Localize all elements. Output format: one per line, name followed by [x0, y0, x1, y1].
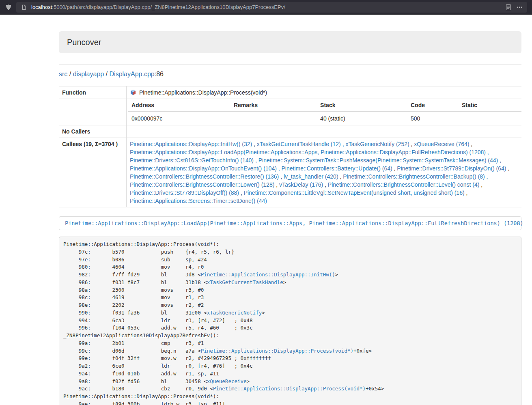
callee-link[interactable]: Pinetime::Controllers::BrightnessControl… — [130, 173, 279, 180]
table-row: 0x0000097c 40 (static) 500 — [128, 112, 521, 125]
callee-separator: , — [469, 141, 472, 147]
column-header-address: Address — [128, 99, 230, 112]
callee-link[interactable]: vTaskDelay (176) — [279, 181, 323, 188]
callee-link[interactable]: Pinetime::Applications::DisplayApp::OnTo… — [130, 165, 277, 172]
callee-link[interactable]: xQueueReceive (764) — [414, 141, 469, 147]
breadcrumb-link-file[interactable]: DisplayApp.cpp — [110, 71, 155, 78]
callee-link[interactable]: Pinetime::Drivers::St7789::DisplayOff() … — [130, 190, 239, 196]
page-info-icon[interactable] — [20, 4, 28, 11]
cell-stack: 40 (static) — [317, 112, 407, 125]
cell-remarks — [230, 112, 317, 125]
highlighted-symbol-panel: Pinetime::Applications::DisplayApp::Load… — [59, 216, 521, 230]
callee-separator: , — [338, 173, 343, 180]
page-actions-menu-icon[interactable] — [516, 4, 523, 11]
callee-link[interactable]: xTaskGenericNotify (252) — [345, 141, 409, 147]
callee-separator: , — [485, 173, 488, 180]
callee-separator: , — [392, 165, 397, 172]
divider — [59, 64, 521, 65]
callee-link[interactable]: Pinetime::Applications::Screens::Timer::… — [130, 198, 267, 204]
column-header-code: Code — [407, 99, 459, 112]
callee-separator: , — [323, 181, 328, 188]
callee-link[interactable]: Pinetime::System::SystemTask::PushMessag… — [258, 157, 498, 164]
callee-link[interactable]: xTaskGetCurrentTaskHandle (12) — [257, 141, 341, 147]
function-cube-icon — [130, 89, 136, 96]
callee-separator: , — [465, 190, 468, 196]
url-path: :5000/path/src/displayapp/DisplayApp.cpp… — [52, 4, 285, 10]
callee-link[interactable]: Pinetime::Controllers::BrightnessControl… — [343, 173, 485, 180]
browser-toolbar: localhost:5000/path/src/displayapp/Displ… — [0, 0, 532, 15]
code-symbol-link[interactable]: Pinetime::Applications::DisplayApp::Proc… — [213, 386, 366, 392]
function-row: Function Pinetime::Applications::Display… — [59, 86, 521, 99]
callee-separator: , — [479, 181, 482, 188]
stats-header-row: Address Remarks Stack Code Static — [128, 99, 521, 112]
callee-link[interactable]: Pinetime::Controllers::BrightnessControl… — [130, 181, 274, 188]
app-header: Puncover — [59, 31, 521, 53]
callees-list: Pinetime::Applications::DisplayApp::Init… — [127, 138, 522, 207]
code-symbol-link[interactable]: Pinetime::Applications::DisplayApp::Proc… — [201, 348, 353, 354]
callee-link[interactable]: Pinetime::Controllers::Battery::Update()… — [282, 165, 392, 172]
function-label: Function — [59, 86, 127, 99]
no-callers-cell — [127, 125, 522, 138]
function-name: Pinetime::Applications::DisplayApp::Proc… — [139, 89, 267, 96]
url-bar[interactable]: localhost:5000/path/src/displayapp/Displ… — [16, 2, 527, 13]
breadcrumb: src / displayapp / DisplayApp.cpp:86 — [59, 70, 521, 79]
no-callers-label: No Callers — [59, 125, 127, 138]
callee-link[interactable]: Pinetime::Drivers::St7789::DisplayOn() (… — [397, 165, 506, 172]
callee-separator: , — [277, 165, 282, 172]
function-stats-cell: Address Remarks Stack Code Static 0x0000… — [127, 99, 522, 125]
callee-separator: , — [252, 141, 257, 147]
callee-separator: , — [506, 165, 510, 172]
code-symbol-link[interactable]: xTaskGetCurrentTaskHandle — [207, 279, 283, 285]
callee-separator: , — [274, 181, 279, 188]
code-symbol-link[interactable]: xTaskGenericNotify — [207, 310, 262, 316]
function-stats-row: Address Remarks Stack Code Static 0x0000… — [59, 99, 521, 125]
breadcrumb-line-number: :86 — [155, 71, 164, 78]
function-table: Function Pinetime::Applications::Display… — [59, 86, 521, 207]
page-title: Puncover — [67, 38, 513, 47]
cell-code: 500 — [407, 112, 459, 125]
column-header-remarks: Remarks — [230, 99, 317, 112]
callee-separator: , — [254, 157, 258, 164]
callee-link[interactable]: Pinetime::Applications::DisplayApp::Init… — [130, 141, 252, 147]
reader-view-icon[interactable] — [505, 4, 512, 11]
page-content: Puncover src / displayapp / DisplayApp.c… — [59, 15, 521, 405]
function-name-cell: Pinetime::Applications::DisplayApp::Proc… — [127, 86, 522, 99]
breadcrumb-link-src[interactable]: src — [59, 71, 67, 78]
empty-row-header — [59, 99, 127, 125]
callee-link[interactable]: Pinetime::Drivers::Cst816S::GetTouchInfo… — [130, 157, 254, 164]
url-host: localhost — [31, 4, 52, 10]
callee-separator: , — [498, 157, 501, 164]
callee-separator: , — [409, 141, 414, 147]
column-header-stack: Stack — [317, 99, 407, 112]
highlighted-symbol-link[interactable]: Pinetime::Applications::DisplayApp::Load… — [65, 220, 523, 226]
cell-static — [459, 112, 521, 125]
breadcrumb-separator: / — [104, 71, 109, 78]
code-symbol-link[interactable]: xQueueReceive — [207, 378, 247, 384]
no-callers-row: No Callers — [59, 125, 521, 138]
code-symbol-link[interactable]: Pinetime::Applications::DisplayApp::Init… — [201, 271, 335, 278]
callee-link[interactable]: lv_task_handler (420) — [284, 173, 338, 180]
callee-link[interactable]: Pinetime::Controllers::BrightnessControl… — [328, 181, 479, 188]
callee-separator: , — [279, 173, 284, 180]
cell-address: 0x0000097c — [128, 112, 230, 125]
column-header-static: Static — [459, 99, 521, 112]
callees-label: Callees (19, Σ=3704 ) — [59, 138, 127, 207]
breadcrumb-separator: / — [67, 71, 73, 78]
breadcrumb-link-displayapp[interactable]: displayapp — [73, 71, 104, 78]
disassembly-code: Pinetime::Applications::DisplayApp::Proc… — [59, 237, 521, 405]
callee-link[interactable]: Pinetime::Applications::DisplayApp::Load… — [130, 149, 486, 155]
function-stats-table: Address Remarks Stack Code Static 0x0000… — [128, 99, 521, 125]
callee-link[interactable]: Pinetime::Components::LittleVgl::SetNewT… — [244, 190, 465, 196]
callee-separator: , — [239, 190, 244, 196]
url-text: localhost:5000/path/src/displayapp/Displ… — [31, 4, 501, 10]
callees-row: Callees (19, Σ=3704 ) Pinetime::Applicat… — [59, 138, 521, 207]
callee-separator: , — [341, 141, 346, 147]
tracking-shield-icon[interactable] — [5, 4, 12, 11]
callee-separator: , — [486, 149, 489, 155]
